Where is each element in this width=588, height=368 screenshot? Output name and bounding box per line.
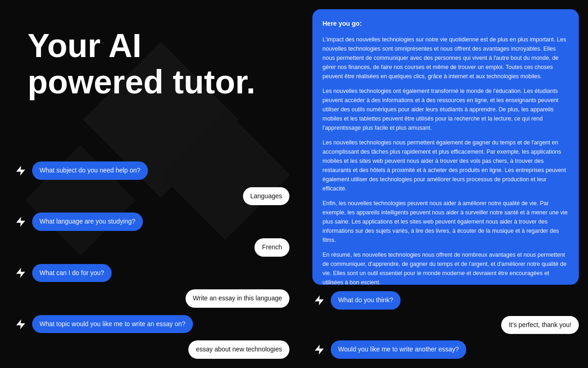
bot-avatar-1 bbox=[14, 164, 28, 178]
chat-row-7: What topic would you like me to write an… bbox=[14, 315, 289, 334]
right-chat-bottom-row: It's perfect, thank you! bbox=[312, 316, 579, 334]
user-bubble-perfect: It's perfect, thank you! bbox=[501, 316, 579, 334]
chat-row-2: Languages bbox=[14, 187, 289, 206]
essay-para-5: En résumé, les nouvelles technologies no… bbox=[322, 250, 569, 285]
user-bubble-french: French bbox=[254, 238, 289, 257]
bot-bubble-language: What language are you studying? bbox=[32, 213, 143, 231]
user-bubble-topic: essay about new technologies bbox=[188, 340, 289, 359]
chat-row-4: French bbox=[14, 238, 289, 257]
chat-row-6: Write an essay in this language bbox=[14, 289, 289, 308]
essay-para-1: L'impact des nouvelles technologies sur … bbox=[322, 35, 569, 81]
svg-marker-4 bbox=[315, 295, 324, 305]
chat-row-8: essay about new technologies bbox=[14, 340, 289, 359]
bot-avatar-right-1 bbox=[312, 293, 326, 307]
user-bubble-languages: Languages bbox=[243, 187, 289, 206]
right-chat-row-think: What do you think? bbox=[312, 291, 579, 310]
bot-avatar-3 bbox=[14, 215, 28, 229]
right-panel: Here you go: L'impact des nouvelles tech… bbox=[303, 0, 588, 368]
bot-avatar-7 bbox=[14, 317, 28, 331]
user-row-perfect: It's perfect, thank you! bbox=[312, 316, 579, 334]
chat-left: What subject do you need help on? Langua… bbox=[0, 161, 303, 359]
bot-bubble-topic: What topic would you like me to write an… bbox=[32, 315, 193, 334]
bot-bubble-subject: What subject do you need help on? bbox=[32, 161, 148, 180]
svg-marker-1 bbox=[16, 217, 25, 227]
bot-avatar-right-2 bbox=[312, 343, 326, 356]
right-chat-row-another: Would you like me to write another essay… bbox=[312, 340, 579, 359]
bot-bubble-cando: What can I do for you? bbox=[32, 264, 112, 282]
bot-bubble-another: Would you like me to write another essay… bbox=[331, 340, 466, 359]
chat-row-3: What language are you studying? bbox=[14, 213, 289, 231]
essay-para-2: Les nouvelles technologies ont également… bbox=[322, 86, 569, 132]
svg-marker-3 bbox=[16, 319, 25, 329]
hero-title: Your AI powered tutor. bbox=[28, 28, 276, 100]
bot-bubble-think: What do you think? bbox=[331, 291, 401, 310]
svg-marker-5 bbox=[315, 345, 324, 355]
svg-marker-0 bbox=[16, 166, 25, 176]
essay-bubble: Here you go: L'impact des nouvelles tech… bbox=[312, 9, 579, 285]
essay-para-3: Les nouvelles technologies nous permette… bbox=[322, 138, 569, 193]
essay-greeting: Here you go: bbox=[322, 18, 569, 29]
essay-para-4: Enfin, les nouvelles technologies peuven… bbox=[322, 199, 569, 245]
bot-avatar-5 bbox=[14, 266, 28, 280]
user-bubble-write-essay: Write an essay in this language bbox=[186, 289, 289, 308]
svg-marker-2 bbox=[16, 268, 25, 278]
chat-row-5: What can I do for you? bbox=[14, 264, 289, 282]
chat-row-1: What subject do you need help on? bbox=[14, 161, 289, 180]
